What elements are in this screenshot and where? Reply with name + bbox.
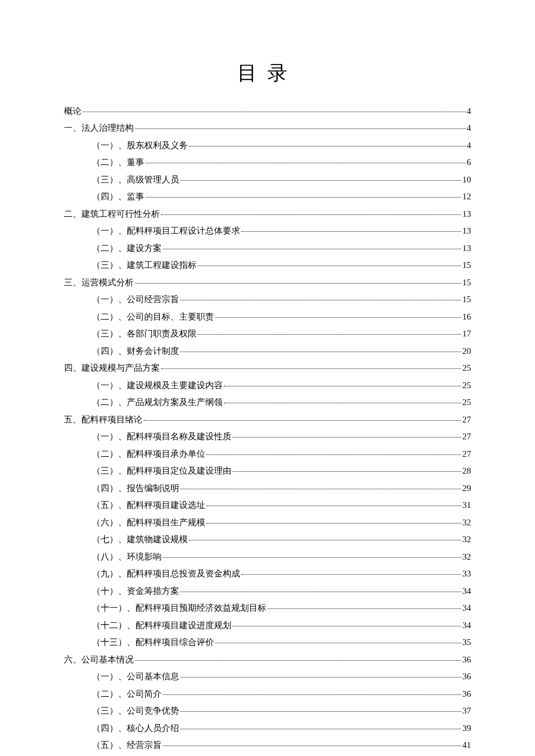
toc-leader-dots [224,386,461,386]
toc-leader-dots [180,300,461,300]
toc-entry: （十一）、配料秤项目预期经济效益规划目标34 [64,601,471,616]
toc-leader-dots [145,197,461,198]
page-title: 目录 [64,60,471,87]
toc-leader-dots [189,540,461,540]
toc-leader-dots [233,626,461,626]
toc-entry: （四）、财务会计制度20 [64,344,471,359]
toc-leader-dots [135,660,461,661]
toc-leader-dots [206,506,461,506]
toc-entry-text: （二）、公司简介 [92,687,162,702]
toc-entry-page: 28 [462,464,471,479]
toc-entry-text: 四、建设规模与产品方案 [64,361,160,376]
toc-entry-page: 20 [462,344,471,359]
toc-entry-text: （四）、财务会计制度 [92,344,179,359]
toc-leader-dots [180,352,461,352]
toc-leader-dots [180,489,461,489]
toc-entry-text: （十一）、配料秤项目预期经济效益规划目标 [92,601,266,616]
toc-entry-page: 15 [462,292,471,307]
toc-leader-dots [163,249,461,249]
toc-entry-text: （一）、公司经营宗旨 [92,292,179,307]
toc-entry: （五）、配料秤项目建设选址31 [64,498,471,513]
toc-entry: （二）、建设方案13 [64,241,471,256]
toc-leader-dots [83,112,466,112]
toc-entry-text: （二）、产品规划方案及生产纲领 [92,395,223,410]
toc-entry: （一）、配料秤项目名称及建设性质27 [64,429,471,445]
toc-entry-page: 35 [462,635,471,650]
toc-entry-text: （四）、核心人员介绍 [92,721,179,736]
toc-entry: （十）、资金筹措方案34 [64,584,471,599]
toc-entry-page: 12 [462,189,471,205]
toc-entry-text: 三、运营模式分析 [64,275,134,291]
toc-entry-page: 34 [462,584,471,599]
toc-entry-page: 25 [462,378,471,393]
toc-leader-dots [206,454,461,455]
toc-leader-dots [144,420,461,421]
toc-entry: （四）、监事12 [64,189,471,205]
toc-entry-page: 13 [462,207,471,222]
toc-entry: 三、运营模式分析15 [64,275,471,291]
toc-leader-dots [161,368,461,369]
toc-entry-text: （十）、资金筹措方案 [92,584,179,599]
toc-leader-dots [161,214,461,215]
toc-entry: （三）、配料秤项目定位及建设理由28 [64,464,471,479]
toc-entry-page: 34 [462,601,471,616]
toc-entry-text: 一、法人治理结构 [64,121,134,136]
toc-entry: （一）、股东权利及义务4 [64,138,471,153]
toc-entry-page: 27 [462,413,471,428]
toc-entry-text: （一）、建设规模及主要建设内容 [92,378,223,393]
toc-entry-page: 13 [462,241,471,256]
toc-leader-dots [163,746,461,746]
toc-entry: （一）、建设规模及主要建设内容25 [64,378,471,393]
toc-entry-text: （十三）、配料秤项目综合评价 [92,635,214,650]
toc-entry-page: 37 [462,704,471,719]
toc-entry-text: （二）、配料秤项目承办单位 [92,447,205,462]
toc-entry-page: 27 [462,447,471,462]
toc-entry-text: （一）、配料秤项目工程设计总体要求 [92,224,240,239]
toc-entry-text: （五）、经营宗旨 [92,738,162,753]
toc-entry: 六、公司基本情况36 [64,653,471,668]
toc-leader-dots [268,608,461,609]
toc-entry: （三）、建筑工程建设指标15 [64,258,471,273]
toc-entry: （六）、配料秤项目生产规模32 [64,515,471,531]
toc-entry-text: （二）、董事 [92,155,144,170]
toc-entry-page: 17 [462,327,471,342]
toc-entry-text: （十二）、配料秤项目建设进度规划 [92,618,231,633]
toc-entry-text: （二）、建设方案 [92,241,162,256]
toc-entry-page: 39 [462,721,471,736]
toc-entry-page: 13 [462,224,471,239]
toc-leader-dots [224,403,461,403]
toc-entry: 五、配料秤项目绪论27 [64,413,471,428]
toc-leader-dots [233,437,461,438]
toc-entry-text: （三）、建筑工程建设指标 [92,258,197,273]
toc-entry-page: 33 [462,567,471,582]
toc-entry: （十二）、配料秤项目建设进度规划34 [64,618,471,633]
toc-entry-page: 10 [462,173,471,188]
toc-leader-dots [180,729,461,729]
toc-leader-dots [180,711,461,712]
toc-entry-page: 32 [462,532,471,547]
toc-leader-dots [215,317,461,318]
toc-entry-text: （六）、配料秤项目生产规模 [92,515,205,531]
toc-entry: （一）、公司基本信息36 [64,669,471,685]
toc-entry: （五）、经营宗旨41 [64,738,471,753]
toc-entry-page: 29 [462,481,471,496]
toc-leader-dots [206,523,461,524]
toc-entry-page: 32 [462,515,471,531]
toc-leader-dots [198,334,461,335]
toc-entry-text: 六、公司基本情况 [64,653,134,668]
toc-entry-page: 4 [467,104,472,119]
table-of-contents: 概论4一、法人治理结构4（一）、股东权利及义务4（二）、董事6（三）、高级管理人… [64,104,471,756]
toc-entry-text: （三）、各部门职责及权限 [92,327,197,342]
toc-entry: （七）、建筑物建设规模32 [64,532,471,547]
toc-entry-text: （五）、配料秤项目建设选址 [92,498,205,513]
toc-leader-dots [135,283,461,284]
toc-entry-page: 25 [462,395,471,410]
toc-leader-dots [163,557,461,558]
toc-entry: （二）、产品规划方案及生产纲领25 [64,395,471,410]
toc-entry-page: 36 [462,669,471,685]
toc-entry: （十三）、配料秤项目综合评价35 [64,635,471,650]
toc-entry-text: （一）、股东权利及义务 [92,138,188,153]
toc-leader-dots [233,471,461,472]
toc-leader-dots [163,694,461,695]
toc-entry: 概论4 [64,104,471,119]
